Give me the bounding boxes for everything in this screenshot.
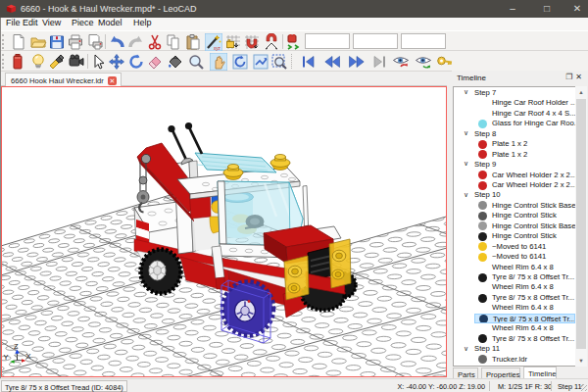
svg-text:X: X [26,352,31,361]
svg-text:xyz: xyz [214,45,221,50]
svg-text:Y: Y [4,353,9,362]
svg-text:Z: Z [14,342,19,351]
